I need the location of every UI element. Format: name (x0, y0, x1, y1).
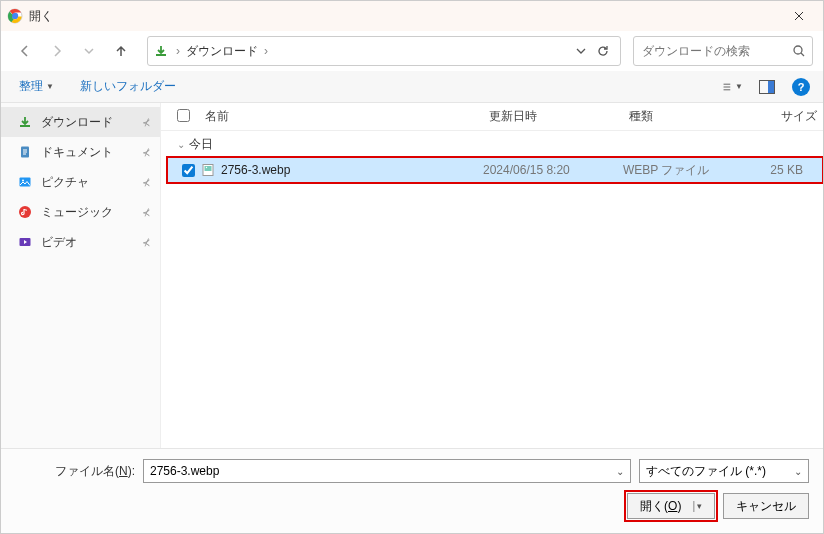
svg-rect-4 (768, 81, 774, 93)
column-headers: 名前 更新日時 種類 サイズ (161, 103, 823, 131)
chevron-down-icon (84, 46, 94, 56)
file-icon (199, 163, 217, 177)
arrow-right-icon (50, 44, 64, 58)
chevron-down-icon: ⌄ (610, 466, 624, 477)
organize-label: 整理 (19, 78, 43, 95)
sidebar-item-documents[interactable]: ドキュメント ⊀ (1, 137, 160, 167)
music-icon (17, 204, 33, 220)
titlebar: 開く (1, 1, 823, 31)
sidebar-item-label: ドキュメント (41, 144, 113, 161)
sidebar: ダウンロード ⊀ ドキュメント ⊀ ピクチャ ⊀ ミュージック ⊀ ビデオ (1, 103, 161, 448)
video-icon (17, 234, 33, 250)
column-date[interactable]: 更新日時 (483, 108, 623, 125)
pin-icon: ⊀ (142, 117, 150, 128)
new-folder-label: 新しいフォルダー (80, 78, 176, 95)
dialog-body: ダウンロード ⊀ ドキュメント ⊀ ピクチャ ⊀ ミュージック ⊀ ビデオ (1, 103, 823, 448)
column-name[interactable]: 名前 (199, 108, 483, 125)
file-filter-select[interactable]: すべてのファイル (*.*) ⌄ (639, 459, 809, 483)
pin-icon: ⊀ (142, 147, 150, 158)
sidebar-item-music[interactable]: ミュージック ⊀ (1, 197, 160, 227)
chevron-down-icon: ▼ (735, 82, 743, 91)
new-folder-button[interactable]: 新しいフォルダー (74, 74, 182, 99)
sidebar-item-label: ピクチャ (41, 174, 89, 191)
forward-button[interactable] (43, 37, 71, 65)
download-icon (17, 114, 33, 130)
column-type[interactable]: 種類 (623, 108, 743, 125)
svg-point-8 (19, 206, 31, 218)
column-size[interactable]: サイズ (743, 108, 823, 125)
chevron-down-icon: ▼ (46, 82, 54, 91)
close-icon (794, 11, 804, 21)
document-icon (17, 144, 33, 160)
arrow-up-icon (114, 44, 128, 58)
path-dropdown-button[interactable] (570, 46, 592, 56)
recent-button[interactable] (75, 37, 103, 65)
dialog-title: 開く (29, 8, 781, 25)
file-size: 25 KB (743, 163, 823, 177)
file-area: 名前 更新日時 種類 サイズ ⌄ 今日 2756-3.webp 2024/06/… (161, 103, 823, 448)
up-button[interactable] (107, 37, 135, 65)
pin-icon: ⊀ (142, 207, 150, 218)
breadcrumb-item[interactable]: ダウンロード (182, 43, 262, 60)
file-checkbox[interactable] (177, 164, 199, 177)
svg-rect-11 (205, 166, 212, 171)
chevron-down-icon: ⌄ (177, 139, 185, 150)
download-icon (154, 44, 168, 58)
search-box[interactable] (633, 36, 813, 66)
chrome-icon (7, 8, 23, 24)
group-header[interactable]: ⌄ 今日 (167, 131, 823, 157)
svg-point-12 (206, 167, 207, 168)
split-arrow-icon: │▾ (691, 501, 702, 511)
close-button[interactable] (781, 1, 817, 31)
chevron-down-icon (576, 46, 586, 56)
cancel-label: キャンセル (736, 498, 796, 515)
sidebar-item-pictures[interactable]: ピクチャ ⊀ (1, 167, 160, 197)
filename-label: ファイル名(N): (15, 463, 135, 480)
svg-point-7 (22, 180, 24, 182)
refresh-button[interactable] (592, 44, 614, 58)
svg-point-2 (794, 46, 802, 54)
svg-rect-6 (20, 178, 31, 187)
open-button[interactable]: 開く(O) │▾ (627, 493, 715, 519)
breadcrumb-separator: › (174, 44, 182, 58)
file-list[interactable]: ⌄ 今日 2756-3.webp 2024/06/15 8:20 WEBP ファ… (161, 131, 823, 448)
filter-value: すべてのファイル (*.*) (646, 463, 766, 480)
help-button[interactable]: ? (791, 77, 811, 97)
file-date: 2024/06/15 8:20 (483, 163, 623, 177)
sidebar-item-downloads[interactable]: ダウンロード ⊀ (1, 107, 160, 137)
cancel-button[interactable]: キャンセル (723, 493, 809, 519)
pin-icon: ⊀ (142, 237, 150, 248)
back-button[interactable] (11, 37, 39, 65)
group-label: 今日 (189, 136, 213, 153)
select-all-checkbox[interactable] (177, 109, 199, 125)
sidebar-item-videos[interactable]: ビデオ ⊀ (1, 227, 160, 257)
file-open-dialog: 開く › ダウンロード › (0, 0, 824, 534)
toolbar: 整理 ▼ 新しいフォルダー ▼ ? (1, 71, 823, 103)
chevron-down-icon: ⌄ (794, 466, 802, 477)
breadcrumb-separator: › (262, 44, 270, 58)
pictures-icon (17, 174, 33, 190)
breadcrumb[interactable]: › ダウンロード › (147, 36, 621, 66)
navbar: › ダウンロード › (1, 31, 823, 71)
preview-pane-icon (759, 80, 775, 94)
search-icon (792, 44, 806, 58)
filename-value: 2756-3.webp (150, 464, 610, 478)
arrow-left-icon (18, 44, 32, 58)
sidebar-item-label: ビデオ (41, 234, 77, 251)
file-name: 2756-3.webp (221, 163, 483, 177)
pin-icon: ⊀ (142, 177, 150, 188)
view-mode-button[interactable]: ▼ (723, 77, 743, 97)
preview-pane-button[interactable] (757, 77, 777, 97)
filename-input[interactable]: 2756-3.webp ⌄ (143, 459, 631, 483)
list-view-icon (723, 80, 733, 94)
footer: ファイル名(N): 2756-3.webp ⌄ すべてのファイル (*.*) ⌄… (1, 448, 823, 533)
help-icon: ? (792, 78, 810, 96)
search-input[interactable] (642, 44, 792, 58)
file-type: WEBP ファイル (623, 162, 743, 179)
sidebar-item-label: ダウンロード (41, 114, 113, 131)
organize-button[interactable]: 整理 ▼ (13, 74, 60, 99)
sidebar-item-label: ミュージック (41, 204, 113, 221)
refresh-icon (596, 44, 610, 58)
file-row[interactable]: 2756-3.webp 2024/06/15 8:20 WEBP ファイル 25… (167, 157, 823, 183)
